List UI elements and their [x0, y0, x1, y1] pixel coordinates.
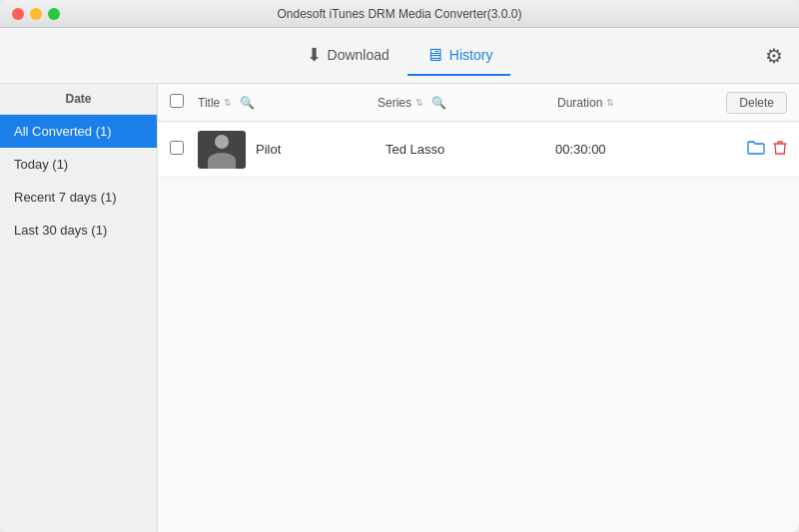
col-series[interactable]: Series ⇅ 🔍 — [378, 96, 557, 110]
header-checkbox-cell — [170, 94, 194, 112]
window-controls — [12, 8, 60, 20]
app-title: Ondesoft iTunes DRM Media Converter(3.0.… — [278, 7, 522, 21]
sidebar-item-last-30[interactable]: Last 30 days (1) — [0, 214, 157, 247]
col-title-label: Title — [198, 96, 220, 110]
content-area: Title ⇅ 🔍 Series ⇅ 🔍 Duration ⇅ Delete — [158, 84, 799, 532]
open-folder-button[interactable] — [747, 140, 765, 160]
tab-download[interactable]: ⬇ Download — [289, 36, 407, 76]
sidebar-item-today[interactable]: Today (1) — [0, 148, 157, 181]
sidebar: Date All Converted (1) Today (1) Recent … — [0, 84, 158, 532]
titlebar: Ondesoft iTunes DRM Media Converter(3.0.… — [0, 0, 799, 28]
title-sort-icon: ⇅ — [224, 98, 232, 108]
download-icon: ⬇ — [307, 44, 322, 66]
settings-button[interactable]: ⚙ — [765, 44, 783, 68]
delete-button-header: Delete — [726, 92, 787, 114]
col-title[interactable]: Title ⇅ 🔍 — [198, 96, 378, 110]
table-header: Title ⇅ 🔍 Series ⇅ 🔍 Duration ⇅ Delete — [158, 84, 799, 122]
sidebar-item-recent-7[interactable]: Recent 7 days (1) — [0, 181, 157, 214]
series-search-icon[interactable]: 🔍 — [431, 96, 446, 110]
duration-sort-icon: ⇅ — [606, 98, 614, 108]
col-series-label: Series — [378, 96, 411, 110]
title-search-icon[interactable]: 🔍 — [240, 96, 255, 110]
tab-history[interactable]: 🖥 History — [407, 37, 511, 76]
series-sort-icon: ⇅ — [415, 98, 423, 108]
history-tab-label: History — [449, 47, 493, 63]
row-checkbox[interactable] — [170, 141, 184, 155]
row-series: Ted Lasso — [376, 142, 555, 157]
maximize-button[interactable] — [48, 8, 60, 20]
row-actions — [747, 140, 787, 160]
row-thumbnail — [198, 131, 246, 169]
row-duration: 00:30:00 — [555, 142, 747, 157]
sidebar-item-all-converted[interactable]: All Converted (1) — [0, 115, 157, 148]
sidebar-header: Date — [0, 84, 157, 115]
main-content: Date All Converted (1) Today (1) Recent … — [0, 84, 799, 532]
col-duration[interactable]: Duration ⇅ — [557, 96, 726, 110]
minimize-button[interactable] — [30, 8, 42, 20]
row-checkbox-cell — [170, 141, 194, 159]
history-icon: 🖥 — [425, 45, 443, 66]
delete-row-button[interactable] — [773, 140, 787, 160]
select-all-checkbox[interactable] — [170, 94, 184, 108]
delete-button[interactable]: Delete — [726, 92, 787, 114]
toolbar: ⬇ Download 🖥 History ⚙ — [0, 28, 799, 84]
close-button[interactable] — [12, 8, 24, 20]
col-duration-label: Duration — [557, 96, 602, 110]
download-tab-label: Download — [328, 47, 390, 63]
row-title: Pilot — [256, 142, 376, 157]
table-row: Pilot Ted Lasso 00:30:00 — [158, 122, 799, 178]
